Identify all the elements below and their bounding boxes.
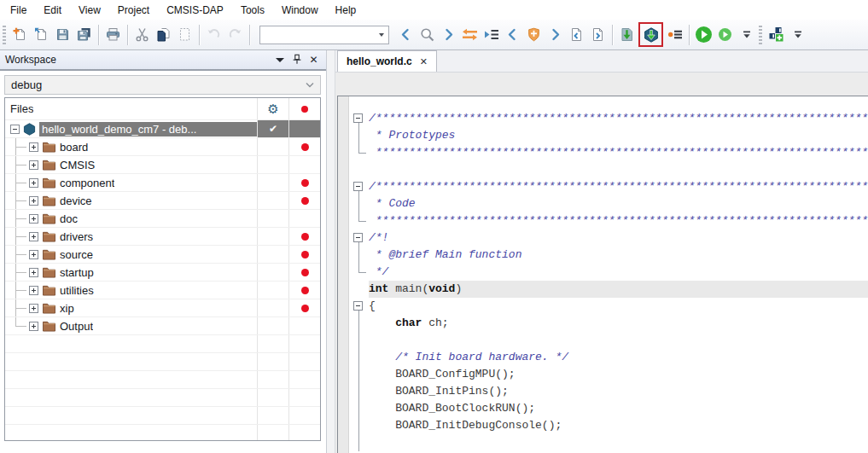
fold-margin xyxy=(350,212,369,229)
red-dot-icon xyxy=(301,143,309,151)
tree-item-source[interactable]: source xyxy=(5,246,320,264)
menu-cmsis-dap[interactable]: CMSIS-DAP xyxy=(158,2,232,19)
debug-without-download-button[interactable] xyxy=(664,24,685,45)
cut-button[interactable] xyxy=(131,24,153,45)
download-icon xyxy=(620,27,634,42)
close-icon[interactable]: ✕ xyxy=(420,56,428,67)
expand-icon[interactable] xyxy=(29,322,38,331)
new-file-button[interactable] xyxy=(9,24,31,45)
tree-connector xyxy=(10,210,29,227)
expand-icon[interactable] xyxy=(29,142,38,152)
copy-button[interactable] xyxy=(153,24,174,45)
collapse-icon[interactable] xyxy=(10,125,20,134)
expand-icon[interactable] xyxy=(29,286,38,295)
fold-margin xyxy=(350,127,369,144)
expand-icon[interactable] xyxy=(29,304,38,313)
expand-icon[interactable] xyxy=(29,250,38,259)
find-button[interactable] xyxy=(417,24,438,45)
menu-window[interactable]: Window xyxy=(273,2,327,19)
goto-list-button[interactable] xyxy=(481,24,502,45)
toggle-bookmark-button[interactable] xyxy=(523,24,545,45)
close-button[interactable]: ✕ xyxy=(306,53,321,67)
tree-item-xip[interactable]: xip xyxy=(5,299,320,317)
menu-tools[interactable]: Tools xyxy=(232,2,273,19)
print-button[interactable] xyxy=(102,24,124,45)
config-select[interactable]: debug xyxy=(4,75,321,95)
tree-item-utilities[interactable]: utilities xyxy=(5,282,320,299)
overflow-button[interactable] xyxy=(736,24,757,45)
fold-marker-icon[interactable] xyxy=(353,301,363,311)
code-line: { xyxy=(350,298,868,315)
editor-tab-bar: hello_world.c ✕ xyxy=(335,50,868,73)
prev-bookmark-button[interactable] xyxy=(502,24,523,45)
undo-button[interactable] xyxy=(203,24,224,45)
blocks-add-button[interactable] xyxy=(766,24,787,45)
expand-icon[interactable] xyxy=(29,268,38,277)
expand-icon[interactable] xyxy=(29,214,38,224)
expand-icon[interactable] xyxy=(29,178,38,188)
menu-project[interactable]: Project xyxy=(109,2,158,19)
download-and-debug-button[interactable] xyxy=(641,25,661,44)
open-file-button[interactable] xyxy=(31,24,52,45)
save-all-button[interactable] xyxy=(73,24,95,45)
tree-item-cmsis[interactable]: CMSIS xyxy=(5,156,320,174)
run-small-button[interactable] xyxy=(714,24,736,45)
next-bookmark-button[interactable] xyxy=(545,24,566,45)
code-line: /***************************************… xyxy=(350,110,868,127)
menu-file[interactable]: File xyxy=(2,2,35,19)
next-doc-button[interactable] xyxy=(587,24,609,45)
run-button[interactable] xyxy=(693,24,714,45)
prev-doc-button[interactable] xyxy=(566,24,587,45)
fold-marker-icon[interactable] xyxy=(353,233,363,242)
tree-item-board[interactable]: board xyxy=(5,138,320,156)
expand-icon[interactable] xyxy=(29,160,38,170)
chevron-down-icon xyxy=(276,58,284,62)
tree-item-project-root[interactable]: hello_world_demo_cm7 - deb... ✔ xyxy=(5,120,320,138)
tree-item-drivers[interactable]: drivers xyxy=(5,228,320,246)
folder-icon xyxy=(42,159,56,171)
swap-arrows-button[interactable] xyxy=(459,24,481,45)
search-combo[interactable] xyxy=(259,26,389,44)
toolbar-separator xyxy=(98,25,99,45)
overflow-icon xyxy=(742,29,752,40)
menu-help[interactable]: Help xyxy=(327,2,365,19)
download-button[interactable] xyxy=(616,24,638,45)
tree-item-device[interactable]: device xyxy=(5,192,320,210)
fold-margin xyxy=(350,434,369,451)
goto-list-icon xyxy=(484,27,499,42)
code-line: * @brief Main function xyxy=(350,247,868,264)
fold-margin xyxy=(350,247,369,264)
expand-icon[interactable] xyxy=(29,232,38,241)
overflow-2-button[interactable] xyxy=(787,24,808,45)
code-editor[interactable]: /***************************************… xyxy=(337,96,868,453)
toolbar-grip xyxy=(3,26,6,44)
nav-forward-button[interactable] xyxy=(438,24,459,45)
fold-marker-icon[interactable] xyxy=(353,113,363,123)
tree-empty-row xyxy=(5,425,320,441)
tree-item-doc[interactable]: doc xyxy=(5,210,320,228)
tree-item-output[interactable]: Output xyxy=(5,317,320,335)
cut-icon xyxy=(135,27,149,42)
tab-hello-world-c[interactable]: hello_world.c ✕ xyxy=(337,50,437,72)
expand-icon[interactable] xyxy=(29,196,38,206)
tree-item-startup[interactable]: startup xyxy=(5,264,320,282)
tree-empty-row xyxy=(5,389,320,407)
panel-splitter[interactable] xyxy=(326,50,335,453)
fold-marker-icon[interactable] xyxy=(353,182,363,191)
prev-bookmark-icon xyxy=(505,27,520,42)
paste-button[interactable] xyxy=(174,24,195,45)
breakpoint-gutter[interactable] xyxy=(338,96,349,453)
pin-button[interactable] xyxy=(289,53,304,67)
save-icon xyxy=(55,27,70,42)
redo-button[interactable] xyxy=(224,24,246,45)
folder-icon xyxy=(42,266,56,278)
menu-view[interactable]: View xyxy=(70,2,109,19)
config-select-value: debug xyxy=(11,78,306,91)
menu-edit[interactable]: Edit xyxy=(35,2,70,19)
nav-back-button[interactable] xyxy=(395,24,417,45)
save-button[interactable] xyxy=(52,24,73,45)
folder-icon xyxy=(42,302,56,314)
tree-item-component[interactable]: component xyxy=(5,174,320,192)
copy-icon xyxy=(156,27,171,42)
window-menu-button[interactable] xyxy=(272,53,287,67)
